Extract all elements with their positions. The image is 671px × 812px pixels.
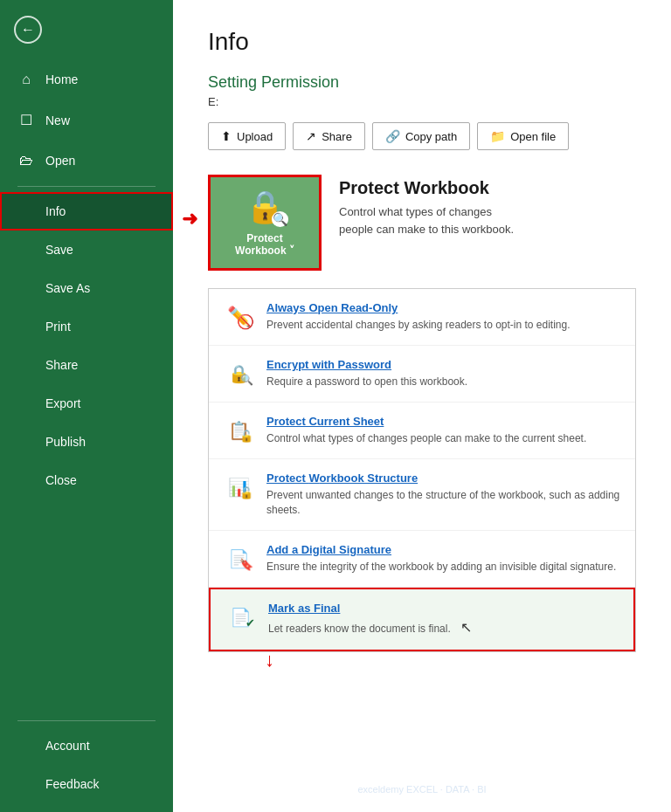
arrow-down-indicator: ↓ bbox=[265, 649, 274, 671]
sidebar-label-export: Export bbox=[45, 396, 80, 410]
sidebar-item-save[interactable]: Save bbox=[0, 231, 173, 269]
open-file-button[interactable]: 📁 Open file bbox=[477, 122, 569, 150]
back-button[interactable]: ← bbox=[0, 0, 173, 59]
menu-item-mark-final-title: Mark as Final bbox=[268, 602, 619, 615]
sidebar-label-close: Close bbox=[45, 473, 77, 487]
search-encrypt-icon: 🔍 bbox=[240, 374, 253, 386]
main-content: Info Setting Permission E: ⬆ Upload ↗ Sh… bbox=[173, 0, 671, 812]
arrow-right-indicator: ➜ bbox=[182, 208, 197, 231]
action-buttons: ⬆ Upload ↗ Share 🔗 Copy path 📁 Open file bbox=[208, 122, 636, 150]
readonly-icon: ✏️ 🚫 bbox=[223, 301, 254, 333]
doc-icon: 📄 🔖 bbox=[228, 548, 250, 569]
sidebar-bottom: Account Feedback bbox=[0, 715, 173, 812]
sidebar-item-export[interactable]: Export bbox=[0, 384, 173, 423]
share-button[interactable]: ↗ Share bbox=[293, 122, 365, 150]
protect-workbook-title: Protect Workbook bbox=[339, 178, 514, 198]
sidebar-label-account: Account bbox=[45, 739, 90, 753]
menu-item-mark-final-desc: Let readers know the document is final. … bbox=[268, 618, 619, 637]
open-icon: 🗁 bbox=[17, 153, 35, 169]
menu-item-encrypt-desc: Require a password to open this workbook… bbox=[266, 375, 621, 389]
protect-structure-icon: 📊 🔓 bbox=[223, 471, 254, 503]
protect-workbook-label: Protect Workbook ˅ bbox=[235, 232, 294, 257]
sidebar-item-open[interactable]: 🗁 Open bbox=[0, 141, 173, 181]
sidebar-item-publish[interactable]: Publish bbox=[0, 423, 173, 461]
menu-item-readonly-desc: Prevent accidental changes by asking rea… bbox=[266, 318, 621, 333]
sidebar: ← ⌂ Home ☐ New 🗁 Open Info Save Save As bbox=[0, 0, 173, 812]
menu-item-encrypt-text: Encrypt with Password Require a password… bbox=[266, 358, 621, 389]
main-inner: Info Setting Permission E: ⬆ Upload ↗ Sh… bbox=[173, 0, 671, 687]
sidebar-item-print[interactable]: Print bbox=[0, 307, 173, 346]
section-subtitle: Setting Permission bbox=[208, 73, 636, 92]
upload-label: Upload bbox=[237, 130, 273, 143]
menu-item-readonly-text: Always Open Read-Only Prevent accidental… bbox=[266, 301, 621, 333]
menu-item-protect-sheet-title: Protect Current Sheet bbox=[266, 415, 621, 428]
lock-sheet-icon: 🔓 bbox=[239, 430, 253, 443]
dropdown-container: ↓ ✏️ 🚫 Always Open Read-Only Prevent acc… bbox=[208, 288, 636, 652]
sheet-icon: 📋 🔓 bbox=[228, 420, 250, 441]
open-file-icon: 📁 bbox=[490, 129, 505, 143]
sidebar-item-save-as[interactable]: Save As bbox=[0, 269, 173, 307]
sidebar-item-close[interactable]: Close bbox=[0, 461, 173, 499]
menu-item-digital-sig-text: Add a Digital Signature Ensure the integ… bbox=[266, 543, 621, 575]
copy-path-icon: 🔗 bbox=[385, 129, 400, 143]
sidebar-label-new: New bbox=[45, 114, 70, 127]
lock-encrypt-icon: 🔒 🔍 bbox=[228, 363, 250, 384]
sidebar-label-share: Share bbox=[45, 358, 78, 372]
lock-structure-icon: 🔓 bbox=[239, 486, 253, 499]
sidebar-item-share[interactable]: Share bbox=[0, 346, 173, 384]
sidebar-label-print: Print bbox=[45, 320, 71, 334]
protect-section: ➜ 🔒 🔍 Protect Workbook ˅ Protect Workboo… bbox=[208, 175, 636, 271]
digital-sig-icon: 📄 🔖 bbox=[223, 543, 254, 575]
sidebar-item-new[interactable]: ☐ New bbox=[0, 100, 173, 141]
menu-item-protect-sheet-text: Protect Current Sheet Control what types… bbox=[266, 415, 621, 446]
dropdown-menu: ✏️ 🚫 Always Open Read-Only Prevent accid… bbox=[208, 288, 636, 652]
seal-icon: 🔖 bbox=[239, 558, 253, 571]
menu-item-digital-sig[interactable]: 📄 🔖 Add a Digital Signature Ensure the i… bbox=[209, 531, 635, 588]
cursor-arrow-icon: ↖ bbox=[460, 618, 472, 637]
sidebar-label-publish: Publish bbox=[45, 435, 86, 449]
upload-button[interactable]: ⬆ Upload bbox=[208, 122, 286, 150]
menu-item-digital-sig-title: Add a Digital Signature bbox=[266, 543, 621, 556]
home-icon: ⌂ bbox=[17, 72, 35, 87]
final-doc-icon: 📄 ✔ bbox=[230, 607, 252, 628]
menu-item-encrypt[interactable]: 🔒 🔍 Encrypt with Password Require a pass… bbox=[209, 346, 635, 403]
new-icon: ☐ bbox=[17, 112, 35, 128]
sidebar-divider-2 bbox=[17, 720, 156, 721]
sidebar-label-save-as: Save As bbox=[45, 281, 90, 295]
menu-item-protect-sheet[interactable]: 📋 🔓 Protect Current Sheet Control what t… bbox=[209, 403, 635, 459]
share-btn-icon: ↗ bbox=[306, 129, 316, 143]
protect-sheet-icon: 📋 🔓 bbox=[223, 415, 254, 446]
check-final-icon: ✔ bbox=[246, 616, 255, 630]
sidebar-item-account[interactable]: Account bbox=[0, 726, 173, 765]
page-title: Info bbox=[208, 28, 636, 56]
share-label: Share bbox=[322, 130, 352, 143]
sidebar-label-feedback: Feedback bbox=[45, 777, 99, 791]
sidebar-item-home[interactable]: ⌂ Home bbox=[0, 59, 173, 100]
menu-item-mark-final[interactable]: 📄 ✔ Mark as Final Let readers know the d… bbox=[209, 588, 635, 651]
sidebar-label-info: Info bbox=[45, 204, 66, 218]
upload-icon: ⬆ bbox=[221, 129, 232, 143]
encrypt-icon: 🔒 🔍 bbox=[223, 358, 254, 389]
pencil-icon: ✏️ 🚫 bbox=[227, 306, 251, 328]
protect-workbook-desc: Control what types of changespeople can … bbox=[339, 203, 514, 237]
menu-item-readonly[interactable]: ✏️ 🚫 Always Open Read-Only Prevent accid… bbox=[209, 289, 635, 346]
sidebar-label-save: Save bbox=[45, 243, 73, 257]
menu-item-protect-structure-title: Protect Workbook Structure bbox=[266, 471, 621, 485]
menu-item-protect-structure-text: Protect Workbook Structure Prevent unwan… bbox=[266, 471, 621, 518]
no-sign-icon: 🚫 bbox=[237, 313, 254, 330]
protect-workbook-button[interactable]: 🔒 🔍 Protect Workbook ˅ bbox=[208, 175, 322, 271]
search-overlay-icon: 🔍 bbox=[272, 211, 288, 227]
structure-icon: 📊 🔓 bbox=[228, 477, 250, 498]
menu-item-protect-structure-desc: Prevent unwanted changes to the structur… bbox=[266, 488, 621, 518]
menu-item-protect-structure[interactable]: 📊 🔓 Protect Workbook Structure Prevent u… bbox=[209, 459, 635, 531]
mark-final-icon: 📄 ✔ bbox=[225, 602, 256, 633]
back-circle-icon[interactable]: ← bbox=[14, 16, 42, 44]
menu-item-encrypt-title: Encrypt with Password bbox=[266, 358, 621, 371]
section-path: E: bbox=[208, 95, 636, 108]
sidebar-nav: ⌂ Home ☐ New 🗁 Open Info Save Save As Pr… bbox=[0, 59, 173, 812]
sidebar-item-feedback[interactable]: Feedback bbox=[0, 765, 173, 803]
protect-info: Protect Workbook Control what types of c… bbox=[339, 175, 514, 237]
protect-workbook-icon-wrapper: 🔒 🔍 bbox=[246, 189, 285, 225]
sidebar-item-info[interactable]: Info bbox=[0, 192, 173, 231]
copy-path-button[interactable]: 🔗 Copy path bbox=[372, 122, 470, 150]
